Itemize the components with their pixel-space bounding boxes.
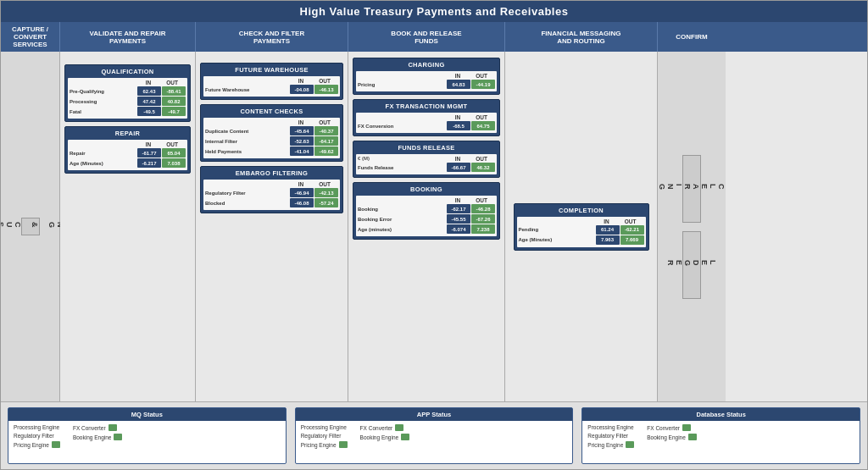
charging-title: CHARGING: [353, 58, 499, 70]
mq-status-panel: MQ Status Processing Engine Regulatory F…: [8, 407, 287, 464]
section-check: FUTURE WAREHOUSE IN OUT Future Warehouse…: [196, 52, 348, 401]
list-item: Booking Engine: [647, 434, 697, 440]
qualification-title: QUALIFICATION: [65, 65, 190, 77]
table-row: Blocked -46.08 -57.24: [205, 198, 338, 207]
section-book: CHARGING IN OUT Pricing 64.83 -44.19 FX …: [348, 52, 505, 401]
status-indicator: [339, 441, 348, 448]
table-row: Repair -61.77 65.04: [70, 148, 186, 158]
completion-inner: IN OUT Pending 61.24 -62.21 Age (Minutes…: [517, 217, 646, 247]
table-row: Regulatory Filter -46.94 -42.13: [205, 188, 338, 197]
table-row: Fatal -49.5 -49.7: [70, 107, 186, 116]
list-item: Processing Engine: [14, 424, 60, 430]
booking-inner: IN OUT Booking -62.17 -46.28 Booking Err…: [356, 196, 497, 236]
list-item: Regulatory Filter: [587, 433, 634, 439]
list-item: Pricing Engine: [14, 441, 60, 448]
content-checks-box: CONTENT CHECKS IN OUT Duplicate Content …: [200, 104, 343, 162]
fx-transaction-box: FX TRANSACTION MGMT IN OUT FX Conversion…: [353, 99, 500, 136]
table-row: Pre-Qualifying 62.43 -88.41: [70, 86, 186, 96]
fx-transaction-title: FX TRANSACTION MGMT: [353, 100, 499, 112]
main-content: CLEARING&CUSTOMERS QUALIFICATION IN OUT …: [1, 52, 867, 401]
table-row: Booking -62.17 -46.28: [358, 204, 495, 213]
future-warehouse-inner: IN OUT Future Warehouse -04.08 -46.13: [203, 76, 340, 97]
list-item: FX Converter: [73, 424, 123, 431]
repair-title: REPAIR: [65, 127, 190, 139]
content-checks-title: CONTENT CHECKS: [201, 105, 342, 117]
section-financial: COMPLETION IN OUT Pending 61.24 -62.21 A…: [505, 52, 658, 401]
list-item: Processing Engine: [301, 424, 348, 430]
col-header-financial: FINANCIAL MESSAGINGAND ROUTING: [505, 22, 658, 52]
bottom-status: MQ Status Processing Engine Regulatory F…: [1, 401, 867, 469]
booking-title: BOOKING: [353, 183, 499, 195]
list-item: Regulatory Filter: [301, 433, 348, 439]
app-status-title: APP Status: [296, 408, 573, 421]
table-row: Processing 47.42 40.82: [70, 97, 186, 106]
section-capture: CLEARING&CUSTOMERS: [1, 52, 60, 401]
column-headers: CAPTURE / CONVERTSERVICES VALIDATE AND R…: [1, 22, 867, 52]
list-item: Regulatory Filter: [14, 433, 60, 439]
status-indicator: [108, 424, 117, 431]
list-item: FX Converter: [647, 424, 697, 431]
status-indicator: [52, 441, 60, 448]
right-side-label-ledger: LEDGER: [682, 231, 701, 299]
list-item: Processing Engine: [587, 424, 634, 430]
col-header-check: CHECK AND FILTERPAYMENTS: [196, 22, 348, 52]
funds-release-title: FUNDS RELEASE: [353, 141, 499, 153]
embargo-filtering-title: EMBARGO FILTERING: [201, 167, 342, 179]
status-indicator: [401, 434, 409, 440]
table-row: Held Payments -41.04 -49.62: [205, 147, 338, 156]
table-row: Age (minutes) -6.074 7.238: [358, 224, 495, 234]
col-header-capture: CAPTURE / CONVERTSERVICES: [1, 22, 60, 52]
content-checks-inner: IN OUT Duplicate Content -45.64 -40.37 I…: [203, 118, 340, 158]
future-warehouse-title: FUTURE WAREHOUSE: [201, 64, 342, 75]
col-header-book: BOOK AND RELEASEFUNDS: [348, 22, 505, 52]
funds-release-inner: € (M) IN OUT Funds Release -66.67 46.32: [356, 154, 497, 174]
db-status-title: Database Status: [582, 408, 860, 421]
app-status-panel: APP Status Processing Engine Regulatory …: [295, 407, 574, 464]
left-side-label: CLEARING&CUSTOMERS: [21, 218, 40, 235]
repair-box: REPAIR IN OUT Repair -61.77 65.04 Age (M…: [64, 126, 191, 174]
list-item: Booking Engine: [73, 434, 123, 440]
db-status-panel: Database Status Processing Engine Regula…: [581, 407, 860, 464]
right-side-label-clearing: CLEARING: [682, 155, 701, 223]
status-indicator: [688, 434, 697, 440]
table-row: Future Warehouse -04.08 -46.13: [205, 85, 338, 94]
section-confirm: CLEARING LEDGER: [658, 52, 726, 401]
qualification-inner: IN OUT Pre-Qualifying 62.43 -88.41 Proce…: [68, 78, 187, 119]
status-indicator: [395, 424, 403, 431]
list-item: FX Converter: [360, 424, 410, 431]
table-row: Pending 61.24 -62.21: [519, 225, 644, 235]
app-status-content: Processing Engine Regulatory Filter Pric…: [296, 421, 573, 451]
table-row: Age (Minutes) 7.963 7.669: [519, 235, 644, 245]
table-row: Internal Filter -52.63 -64.17: [205, 136, 338, 146]
fx-transaction-inner: IN OUT FX Conversion -68.5 64.75: [356, 113, 497, 133]
page-title: High Value Treasury Payments and Receiva…: [1, 1, 867, 22]
qualification-box: QUALIFICATION IN OUT Pre-Qualifying 62.4…: [64, 64, 191, 122]
list-item: Pricing Engine: [301, 441, 348, 448]
section-validate: QUALIFICATION IN OUT Pre-Qualifying 62.4…: [60, 52, 196, 401]
mq-status-content: Processing Engine Regulatory Filter Pric…: [8, 421, 286, 451]
table-row: Duplicate Content -45.64 -40.37: [205, 126, 338, 135]
charging-inner: IN OUT Pricing 64.83 -44.19: [356, 71, 497, 91]
table-row: Age (Minutes) -6.217 7.038: [70, 158, 186, 168]
table-row: Pricing 64.83 -44.19: [358, 80, 495, 89]
table-row: FX Conversion -68.5 64.75: [358, 121, 495, 130]
col-header-confirm: CONFIRM: [658, 22, 726, 52]
completion-box: COMPLETION IN OUT Pending 61.24 -62.21 A…: [514, 203, 649, 251]
charging-box: CHARGING IN OUT Pricing 64.83 -44.19: [353, 58, 500, 95]
booking-box: BOOKING IN OUT Booking -62.17 -46.28 Boo…: [353, 182, 500, 240]
repair-inner: IN OUT Repair -61.77 65.04 Age (Minutes)…: [68, 140, 187, 170]
db-status-content: Processing Engine Regulatory Filter Pric…: [582, 421, 860, 451]
embargo-filtering-inner: IN OUT Regulatory Filter -46.94 -42.13 B…: [203, 180, 340, 210]
table-row: Booking Error -45.55 -67.26: [358, 214, 495, 224]
status-indicator: [114, 434, 122, 440]
funds-release-box: FUNDS RELEASE € (M) IN OUT Funds Release…: [353, 141, 500, 178]
table-row: Funds Release -66.67 46.32: [358, 163, 495, 172]
status-indicator: [626, 441, 634, 448]
embargo-filtering-box: EMBARGO FILTERING IN OUT Regulatory Filt…: [200, 166, 343, 213]
list-item: Pricing Engine: [587, 441, 634, 448]
main-container: High Value Treasury Payments and Receiva…: [0, 0, 868, 470]
status-indicator: [682, 424, 691, 431]
list-item: Booking Engine: [360, 434, 410, 440]
completion-title: COMPLETION: [515, 204, 648, 216]
col-header-validate: VALIDATE AND REPAIRPAYMENTS: [60, 22, 196, 52]
